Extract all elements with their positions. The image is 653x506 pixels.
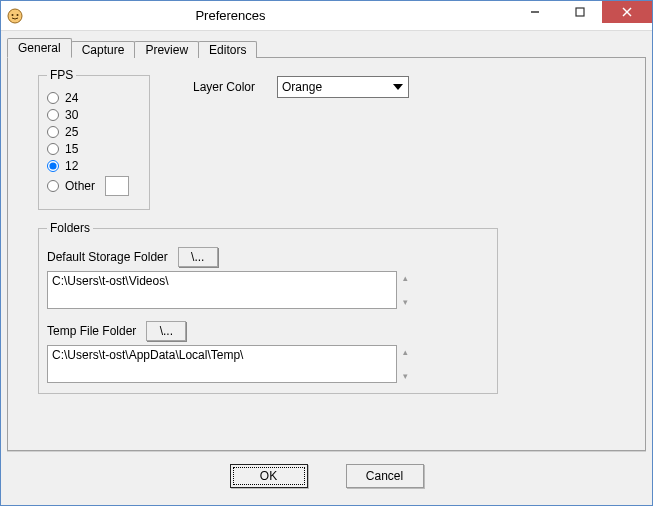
tab-capture[interactable]: Capture bbox=[71, 41, 136, 58]
fps-radio-24[interactable] bbox=[47, 92, 59, 104]
maximize-icon bbox=[575, 7, 585, 17]
maximize-button[interactable] bbox=[557, 1, 602, 23]
tab-row: General Capture Preview Editors bbox=[7, 35, 646, 57]
svg-rect-4 bbox=[576, 8, 584, 16]
tab-general[interactable]: General bbox=[7, 38, 72, 58]
temp-folder-label: Temp File Folder bbox=[47, 324, 136, 338]
fps-label-24: 24 bbox=[65, 91, 78, 105]
fps-legend: FPS bbox=[47, 68, 76, 82]
ok-button[interactable]: OK bbox=[230, 464, 308, 488]
fps-group: FPS 24 30 25 15 bbox=[38, 68, 150, 210]
temp-folder-path[interactable] bbox=[47, 345, 397, 383]
titlebar: Preferences bbox=[1, 1, 652, 31]
fps-radio-12[interactable] bbox=[47, 160, 59, 172]
preferences-window: Preferences General Capture Preview Edit… bbox=[0, 0, 653, 506]
minimize-button[interactable] bbox=[512, 1, 557, 23]
fps-label-other: Other bbox=[65, 179, 95, 193]
minimize-icon bbox=[530, 7, 540, 17]
default-storage-path[interactable] bbox=[47, 271, 397, 309]
layer-color-value: Orange bbox=[282, 80, 390, 94]
close-icon bbox=[622, 7, 632, 17]
tab-preview[interactable]: Preview bbox=[134, 41, 199, 58]
window-title: Preferences bbox=[0, 8, 512, 23]
fps-label-30: 30 bbox=[65, 108, 78, 122]
fps-label-25: 25 bbox=[65, 125, 78, 139]
close-button[interactable] bbox=[602, 1, 652, 23]
layer-color-label: Layer Color bbox=[193, 80, 255, 94]
client-area: General Capture Preview Editors FPS 24 3… bbox=[1, 31, 652, 505]
scroll-up-icon: ▴ bbox=[397, 347, 414, 357]
svg-marker-7 bbox=[393, 84, 403, 90]
cancel-button[interactable]: Cancel bbox=[346, 464, 424, 488]
browse-temp-button[interactable]: \... bbox=[146, 321, 186, 341]
window-controls bbox=[512, 1, 652, 30]
fps-radio-25[interactable] bbox=[47, 126, 59, 138]
fps-label-15: 15 bbox=[65, 142, 78, 156]
fps-label-12: 12 bbox=[65, 159, 78, 173]
scroll-down-icon: ▾ bbox=[397, 297, 414, 307]
default-path-scroll[interactable]: ▴ ▾ bbox=[397, 271, 414, 309]
scroll-up-icon: ▴ bbox=[397, 273, 414, 283]
folders-group: Folders Default Storage Folder \... ▴ ▾ … bbox=[38, 221, 498, 394]
chevron-down-icon bbox=[390, 79, 406, 95]
fps-radio-15[interactable] bbox=[47, 143, 59, 155]
folders-legend: Folders bbox=[47, 221, 93, 235]
scroll-down-icon: ▾ bbox=[397, 371, 414, 381]
tab-body-general: FPS 24 30 25 15 bbox=[7, 57, 646, 451]
default-storage-label: Default Storage Folder bbox=[47, 250, 168, 264]
dialog-button-row: OK Cancel bbox=[7, 451, 646, 499]
tab-editors[interactable]: Editors bbox=[198, 41, 257, 58]
fps-radio-other[interactable] bbox=[47, 180, 59, 192]
browse-default-button[interactable]: \... bbox=[178, 247, 218, 267]
fps-other-input[interactable] bbox=[105, 176, 129, 196]
fps-radio-30[interactable] bbox=[47, 109, 59, 121]
layer-color-combo[interactable]: Orange bbox=[277, 76, 409, 98]
temp-path-scroll[interactable]: ▴ ▾ bbox=[397, 345, 414, 383]
layer-color-row: Layer Color Orange bbox=[193, 76, 409, 98]
